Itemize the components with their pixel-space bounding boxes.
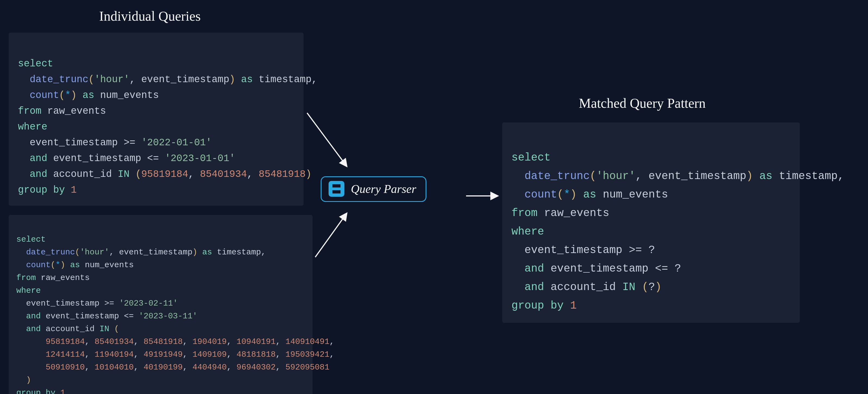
code-query-2: select date_trunc('hour', event_timestam… [9, 215, 312, 394]
code-query-1: select date_trunc('hour', event_timestam… [9, 33, 304, 206]
heading-left: Individual Queries [99, 8, 201, 24]
parser-label: Query Parser [351, 182, 416, 196]
heading-right: Matched Query Pattern [579, 95, 706, 111]
parser-logo-icon [329, 181, 344, 197]
parser-box: Query Parser [321, 176, 426, 202]
arrow-q2-to-parser [315, 214, 346, 257]
arrow-q1-to-parser [307, 113, 346, 166]
code-pattern: select date_trunc('hour', event_timestam… [502, 122, 800, 323]
